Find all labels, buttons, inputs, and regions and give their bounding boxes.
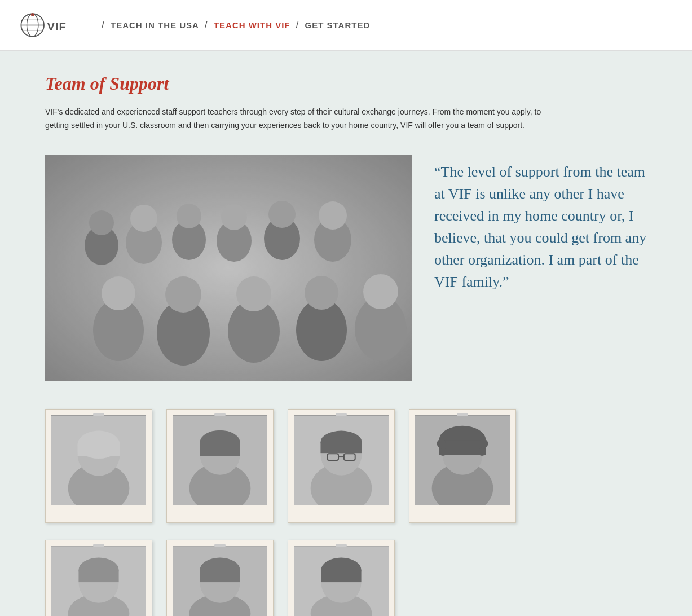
section-title: Team of Support [45,73,647,94]
group-photo [45,155,412,381]
nav-teach-usa[interactable]: TEACH IN THE USA [111,20,199,30]
main-nav: / TEACH IN THE USA / TEACH WITH VIF / GE… [96,19,370,31]
vif-logo-svg: VIF [17,8,85,42]
nav-teach-vif[interactable]: TEACH WITH VIF [214,20,290,30]
svg-rect-47 [320,442,362,453]
staff-photo-3 [294,415,389,505]
staff-photos-row1 [45,409,647,523]
testimonial-quote: “The level of support from the team at V… [434,161,647,293]
group-photo-svg [45,155,412,381]
svg-rect-32 [45,155,412,381]
staff-photo-7 [294,546,389,616]
svg-rect-37 [77,445,120,456]
photo-quote-section: “The level of support from the team at V… [45,155,647,381]
logo[interactable]: VIF [17,8,85,42]
header: VIF / TEACH IN THE USA / TEACH WITH VIF … [0,0,692,51]
svg-point-58 [439,448,447,456]
nav-get-started[interactable]: GET STARTED [305,20,371,30]
svg-point-56 [437,439,446,448]
staff-photo-6 [173,546,267,616]
polaroid-1 [45,409,152,523]
svg-rect-74 [321,570,361,582]
svg-point-59 [478,448,486,456]
polaroid-6 [166,540,274,616]
main-content: Team of Support VIF's dedicated and expe… [0,51,692,616]
quote-block: “The level of support from the team at V… [434,155,647,293]
svg-rect-64 [78,570,118,582]
svg-point-57 [479,439,488,448]
staff-photo-5 [51,546,146,616]
nav-sep-3: / [296,19,299,31]
staff-photo-2 [173,415,267,505]
nav-sep-1: / [102,19,105,31]
staff-photo-4 [415,415,510,505]
svg-rect-69 [200,570,240,582]
staff-photo-1 [51,415,146,505]
section-description: VIF's dedicated and experienced staff su… [45,105,553,133]
polaroid-2 [166,409,274,523]
svg-text:VIF: VIF [47,20,67,32]
staff-photos-row2 [45,540,647,616]
polaroid-5 [45,540,152,616]
svg-rect-42 [200,442,240,456]
nav-sep-2: / [205,19,208,31]
polaroid-4 [409,409,516,523]
polaroid-3 [288,409,395,523]
polaroid-7 [288,540,395,616]
